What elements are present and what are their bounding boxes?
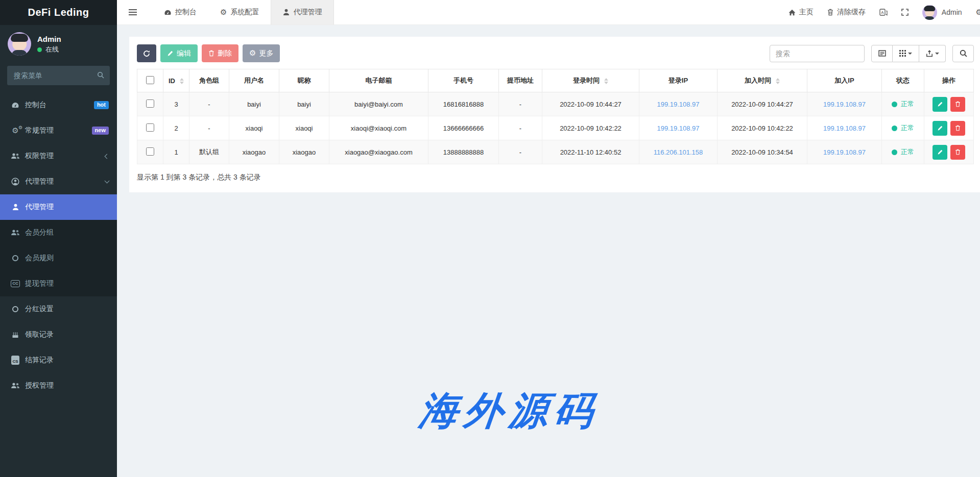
row-delete-button[interactable] [950,121,965,136]
join-ip-link[interactable]: 199.19.108.97 [823,124,866,132]
status-dot-icon [892,149,897,155]
cell-group: 默认组 [189,140,229,164]
cell-address: - [499,92,542,116]
expand-icon [901,9,909,16]
menu-search-input[interactable] [7,66,110,85]
column-header-login-ip: 登录IP [639,69,718,92]
cell-id: 2 [163,116,189,140]
sidebar-item-dashboard[interactable]: 控制台 hot [0,92,117,118]
column-header-id[interactable]: ID [163,69,189,92]
navbar-user-menu[interactable]: Admin [922,5,962,20]
more-label: 更多 [259,49,273,58]
sidebar-item-settlement-records[interactable]: CS 结算记录 [0,347,117,373]
settings-button[interactable]: ⚙⚙ [976,9,980,16]
gear-icon: ⚙ [976,9,980,16]
table-row: 1 默认组 xiaogao xiaogao xiaogao@xiaogao.co… [137,140,974,164]
row-edit-button[interactable] [933,121,947,136]
sidebar-subitem-agents[interactable]: 代理管理 [0,194,117,220]
user-circle-icon [11,178,20,186]
tab-label: 控制台 [175,8,197,17]
new-badge: new [92,127,109,135]
cs-icon: CS [11,356,20,365]
join-ip-link[interactable]: 199.19.108.97 [823,148,866,156]
sidebar-subitem-label: 会员分组 [25,228,109,237]
row-checkbox[interactable] [146,99,154,108]
user-icon [283,9,290,16]
login-ip-link[interactable]: 199.19.108.97 [657,124,699,132]
row-checkbox[interactable] [146,147,154,156]
home-label: 主页 [799,8,814,17]
row-edit-button[interactable] [933,145,947,160]
trash-icon [827,9,833,16]
export-button[interactable] [919,45,946,62]
sort-icon[interactable] [776,78,780,84]
main-area: 控制台 ⚙ 系统配置 代理管理 主页 [117,0,980,477]
select-all-checkbox[interactable] [146,76,154,84]
cake-icon [11,331,20,338]
sidebar-item-agents-parent[interactable]: 代理管理 [0,169,117,194]
sidebar-subitem-withdrawals[interactable]: CC 提现管理 [0,271,117,296]
sidebar-item-dividends[interactable]: 分红设置 [0,296,117,322]
refresh-button[interactable] [137,44,156,62]
refresh-icon [143,50,150,57]
chevron-left-icon [105,154,110,159]
cell-nickname: baiyi [279,92,329,116]
login-ip-link[interactable]: 116.206.101.158 [654,148,703,156]
row-delete-button[interactable] [950,145,965,160]
row-checkbox[interactable] [146,123,154,132]
tab-system-config[interactable]: ⚙ 系统配置 [208,0,271,24]
clear-cache-link[interactable]: 清除缓存 [827,8,866,17]
tab-agents[interactable]: 代理管理 [271,0,334,24]
search-button[interactable] [952,45,974,62]
cell-nickname: xiaoqi [279,116,329,140]
navbar-user-name: Admin [942,8,962,16]
sort-icon[interactable] [604,78,608,84]
login-ip-link[interactable]: 199.19.108.97 [657,101,699,108]
row-delete-button[interactable] [950,97,965,112]
language-icon: A [879,9,888,16]
more-button[interactable]: ⚙ 更多 [243,44,280,62]
status-badge: 正常 [892,99,914,109]
fullscreen-button[interactable] [901,9,909,16]
language-button[interactable]: A [879,9,888,16]
sidebar-item-permissions[interactable]: 权限管理 [0,143,117,169]
sidebar-toggle-button[interactable] [117,0,146,24]
cell-phone: 16816816888 [428,92,499,116]
clear-cache-label: 清除缓存 [837,8,866,17]
cell-group: - [189,116,229,140]
trash-icon [208,50,214,57]
cell-group: - [189,92,229,116]
columns-button[interactable] [893,45,919,62]
home-link[interactable]: 主页 [788,8,814,17]
sidebar-item-label: 领取记录 [25,330,109,339]
cell-email: baiyi@baiyi.com [329,92,428,116]
column-header-login-time[interactable]: 登录时间 [542,69,639,92]
row-edit-button[interactable] [933,97,947,112]
cc-icon: CC [11,280,20,287]
user-status: 在线 [37,45,61,54]
table-search-input[interactable] [770,45,865,62]
cell-username: xiaoqi [229,116,279,140]
delete-button[interactable]: 删除 [202,44,238,62]
sidebar-subitem-member-groups[interactable]: 会员分组 [0,220,117,245]
sidebar-item-claim-records[interactable]: 领取记录 [0,322,117,347]
gears-icon: ⚙⚙ [11,127,20,135]
status-dot-icon [892,125,897,131]
sidebar-subitem-member-rules[interactable]: 会员规则 [0,245,117,271]
tab-label: 代理管理 [293,8,322,17]
edit-label: 编辑 [177,49,191,58]
join-ip-link[interactable]: 199.19.108.97 [823,101,866,108]
sort-icon[interactable] [180,78,184,84]
edit-button[interactable]: 编辑 [160,44,198,62]
cell-id: 3 [163,92,189,116]
sidebar-item-general[interactable]: ⚙⚙ 常规管理 new [0,118,117,143]
detail-view-button[interactable] [871,45,893,62]
column-header-join-time[interactable]: 加入时间 [718,69,807,92]
sidebar-subitem-label: 代理管理 [25,203,109,212]
tab-dashboard[interactable]: 控制台 [152,0,208,24]
cell-nickname: xiaogao [279,140,329,164]
sidebar-item-authorization[interactable]: 授权管理 [0,373,117,398]
brand-logo[interactable]: DeFi Leding [0,0,117,25]
user-avatar [922,5,937,20]
circle-icon [11,255,20,261]
